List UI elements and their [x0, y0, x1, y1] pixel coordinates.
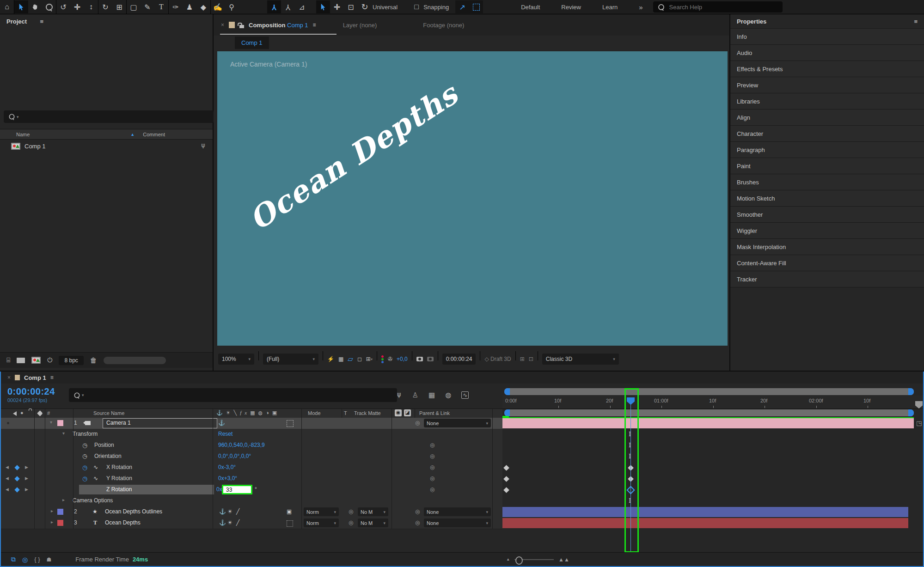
shy-layers-icon[interactable]: ♙: [412, 391, 418, 399]
magnification-select[interactable]: 100%▾: [218, 354, 254, 365]
gizmo-selection-icon[interactable]: [316, 0, 330, 13]
parent-pickwhip-icon[interactable]: ◎: [415, 508, 420, 515]
draft-3d-toggle[interactable]: ◇ Draft 3D: [484, 356, 511, 362]
property-name[interactable]: Position: [94, 442, 114, 448]
time-ruler[interactable]: 0:00f 10f 20f 01:00f 10f 20f 02:00f 10f: [502, 396, 923, 409]
next-keyframe-icon[interactable]: ▶: [25, 487, 28, 492]
property-name[interactable]: Z Rotation: [106, 486, 132, 493]
x-rotation-value[interactable]: 0x-3,0°: [218, 464, 236, 470]
canvas-text-layer[interactable]: Ocean Depths: [243, 76, 464, 237]
transfer-controls-toggle-icon[interactable]: ◎: [22, 556, 28, 563]
track-matte-column[interactable]: Track Matte: [354, 410, 381, 416]
panel-tab-brushes[interactable]: Brushes: [730, 174, 924, 190]
chevron-right-icon[interactable]: ▸: [62, 497, 65, 502]
anchor-switch-icon[interactable]: ⚓: [218, 420, 225, 426]
stopwatch-icon[interactable]: ◷: [82, 475, 87, 482]
property-row-y-rotation[interactable]: ◀ ▶ ◷ ∿ Y Rotation 0x+3,0° ◎: [1, 473, 502, 485]
outlines-layer-bar[interactable]: [502, 507, 908, 517]
mask-visibility-icon[interactable]: ▱: [348, 355, 353, 363]
property-name[interactable]: X Rotation: [106, 464, 132, 470]
new-composition-icon[interactable]: [31, 357, 41, 364]
panel-tab-effects-presets[interactable]: Effects & Presets: [730, 61, 924, 77]
parent-pickwhip-icon[interactable]: ◎: [415, 420, 420, 426]
panel-tab-audio[interactable]: Audio: [730, 44, 924, 61]
parent-link-column[interactable]: Parent & Link: [419, 410, 450, 416]
timeline-menu-icon[interactable]: ≡: [50, 374, 54, 381]
track-matte-select[interactable]: No M▾: [358, 507, 388, 516]
workspace-overflow-chevrons[interactable]: »: [639, 3, 643, 11]
trash-icon[interactable]: 🗑: [90, 356, 97, 364]
viewer-timecode[interactable]: 0:00:00:24: [442, 354, 476, 365]
parent-select[interactable]: None▾: [424, 518, 491, 527]
local-axis-mode-icon[interactable]: Y: [267, 0, 281, 13]
orbit-camera-tool-icon[interactable]: ↺: [56, 0, 70, 13]
parent-pickwhip-icon[interactable]: ◎: [415, 519, 420, 526]
roto-brush-tool-icon[interactable]: ✍: [211, 0, 225, 13]
group-row-transform[interactable]: ▾ Transform Reset: [1, 429, 502, 440]
panel-group-icon[interactable]: [15, 375, 20, 380]
previous-keyframe-icon[interactable]: ◀: [6, 487, 9, 492]
quality-switch-icon[interactable]: ╱: [236, 519, 239, 526]
tab-footage[interactable]: Footage (none): [423, 22, 464, 29]
composition-mini-flowchart-icon[interactable]: ⋔: [396, 391, 402, 399]
layer-row-outlines[interactable]: ▸ 2 ★ Ocean Depths Outlines ⚓ ☀ ╱ ▣ Norm…: [1, 506, 502, 518]
keyframe[interactable]: [503, 476, 509, 482]
audio-column-icon[interactable]: [13, 411, 17, 416]
project-item-comp1[interactable]: Comp 1 ⋔: [0, 140, 213, 152]
panel-group-icon[interactable]: [229, 22, 235, 28]
proxy-icon[interactable]: ⏻: [47, 356, 52, 364]
layer-number-column[interactable]: #: [47, 410, 50, 416]
unlock-icon[interactable]: [239, 25, 244, 28]
property-row-orientation[interactable]: ◷ Orientation 0,0°,0,0°,0,0° ◎: [1, 451, 502, 463]
new-folder-icon[interactable]: [17, 358, 25, 363]
puppet-pin-tool-icon[interactable]: ⚲: [225, 0, 239, 13]
viewer-menu-icon[interactable]: ≡: [313, 22, 316, 28]
orientation-value[interactable]: 0,0°,0,0°,0,0°: [218, 453, 251, 459]
work-area-bar[interactable]: [504, 409, 914, 416]
3d-layer-switch-icon[interactable]: ▣: [287, 508, 292, 515]
panel-tab-paragraph[interactable]: Paragraph: [730, 141, 924, 158]
channel-rgb-icon[interactable]: [381, 355, 384, 363]
world-axis-mode-icon[interactable]: Y: [281, 0, 295, 13]
sort-ascending-icon[interactable]: ▲: [130, 132, 135, 137]
pan-camera-tool-icon[interactable]: ✛: [70, 0, 84, 13]
camera-layer-bar[interactable]: [502, 418, 914, 428]
track-matte-select[interactable]: No M▾: [358, 518, 388, 527]
keyframe[interactable]: [503, 465, 509, 471]
source-name-column[interactable]: Source Name: [93, 410, 124, 416]
panel-tab-info[interactable]: Info: [730, 28, 924, 44]
properties-panel-menu-icon[interactable]: ≡: [914, 18, 918, 25]
close-icon[interactable]: ×: [221, 22, 224, 28]
parent-select[interactable]: None▾: [424, 419, 491, 427]
previous-keyframe-icon[interactable]: ◀: [6, 465, 9, 469]
panel-tab-content-aware-fill[interactable]: Content-Aware Fill: [730, 255, 924, 271]
blend-mode-select[interactable]: Norm▾: [304, 507, 339, 516]
stopwatch-icon[interactable]: ◷: [82, 442, 87, 449]
rectangle-tool-icon[interactable]: ▢: [127, 0, 141, 13]
flowchart-icon[interactable]: ⋔: [201, 142, 206, 150]
timeline-tab-comp1[interactable]: Comp 1: [24, 374, 46, 381]
view-axis-mode-icon[interactable]: ⊿: [295, 0, 309, 13]
fast-preview-icon[interactable]: ⚡: [327, 356, 334, 362]
gizmo-scale-icon[interactable]: ⊡: [344, 0, 358, 13]
3d-ground-plane-icon[interactable]: ⊞: [520, 356, 525, 362]
collapse-switch-icon[interactable]: ☀: [227, 519, 233, 526]
keyframe-toggle-icon[interactable]: [14, 476, 19, 481]
current-timecode[interactable]: 0:00:00:24: [7, 386, 55, 397]
home-icon[interactable]: ⌂: [0, 0, 14, 13]
y-rotation-value[interactable]: 0x+3,0°: [218, 475, 237, 482]
graph-icon[interactable]: ∿: [93, 464, 98, 470]
selection-tool-icon[interactable]: [14, 0, 28, 13]
next-keyframe-icon[interactable]: ▶: [25, 465, 28, 469]
stopwatch-icon[interactable]: ◷: [82, 464, 87, 471]
zoom-tool-icon[interactable]: [42, 0, 56, 13]
workspace-review[interactable]: Review: [561, 4, 581, 11]
resolution-select[interactable]: (Full)▾: [263, 354, 318, 365]
pen-tool-icon[interactable]: ✎: [141, 0, 154, 13]
label-color[interactable]: [57, 520, 63, 526]
pickwhip-icon[interactable]: ◎: [430, 464, 434, 470]
snap-bounds-icon[interactable]: [469, 0, 483, 13]
clone-stamp-tool-icon[interactable]: ♟: [183, 0, 196, 13]
pickwhip-icon[interactable]: ◎: [430, 442, 434, 448]
layer-name[interactable]: Ocean Depths: [105, 519, 141, 526]
